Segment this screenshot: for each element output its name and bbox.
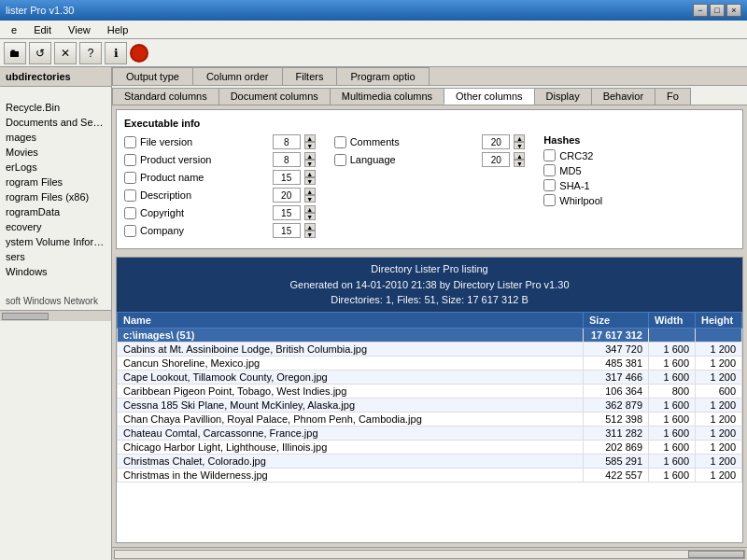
toolbar-btn-3[interactable]: ✕ [54, 42, 77, 64]
dir-size: 17 617 312 [584, 328, 649, 342]
minimize-button[interactable]: − [693, 4, 708, 17]
sidebar-item-recovery[interactable]: ecovery [0, 219, 111, 234]
spin-down-product-name[interactable]: ▼ [304, 177, 316, 185]
file-size: 485 381 [584, 356, 649, 370]
spin-down-product-version[interactable]: ▼ [304, 160, 316, 167]
spin-up-product-version[interactable]: ▲ [304, 152, 316, 160]
checkbox-sha1[interactable] [543, 179, 556, 191]
tab-display[interactable]: Display [534, 88, 592, 105]
sidebar-item-program-files[interactable]: rogram Files [0, 175, 111, 189]
sidebar-item-images[interactable]: mages [0, 130, 111, 145]
checkbox-md5[interactable] [543, 164, 556, 176]
checkbox-copyright[interactable] [124, 207, 136, 219]
toolbar-stop-button[interactable] [130, 44, 148, 63]
table-row: Chateau Comtal, Carcassonne, France.jpg … [118, 426, 742, 440]
checkbox-whirlpool[interactable] [543, 194, 556, 206]
sidebar-item-users[interactable]: sers [0, 249, 111, 264]
spinbox-file-version[interactable] [273, 134, 301, 149]
checkbox-file-version[interactable] [124, 136, 136, 148]
close-button[interactable]: × [726, 4, 741, 17]
file-width: 1 600 [649, 454, 696, 468]
spin-down-file-version[interactable]: ▼ [304, 142, 316, 149]
spin-up-copyright[interactable]: ▲ [304, 205, 316, 213]
spin-up-comments[interactable]: ▲ [514, 134, 525, 142]
sidebar-item-erlogs[interactable]: erLogs [0, 160, 111, 175]
tab-output-type[interactable]: Output type [112, 67, 193, 85]
file-width: 1 600 [649, 412, 696, 426]
toolbar-btn-5[interactable]: ℹ [105, 42, 127, 64]
bottom-scrollbar[interactable] [112, 547, 747, 560]
tab-other-columns[interactable]: Other columns [444, 88, 535, 105]
checkbox-description[interactable] [124, 189, 136, 202]
spin-up-product-name[interactable]: ▲ [304, 170, 316, 177]
spinbox-company[interactable] [273, 223, 301, 238]
tab-behavior[interactable]: Behavior [591, 88, 655, 105]
spin-down-comments[interactable]: ▼ [514, 142, 525, 149]
maximize-button[interactable]: □ [710, 4, 725, 17]
tab-document-columns[interactable]: Document columns [218, 88, 331, 105]
sidebar-item-movies[interactable]: Movies [0, 145, 111, 160]
sidebar-item-program-files-x86[interactable]: rogram Files (x86) [0, 189, 111, 204]
sidebar-scrollbar[interactable] [0, 310, 111, 321]
tab-fo[interactable]: Fo [655, 88, 691, 105]
config-col1: File version ▲ ▼ Product version ▲ [124, 134, 316, 241]
spinbox-product-name[interactable] [273, 170, 301, 185]
spin-down-company[interactable]: ▼ [304, 231, 316, 238]
spin-up-file-version[interactable]: ▲ [304, 134, 316, 142]
file-size: 347 720 [584, 342, 649, 356]
scrollbar-thumb[interactable] [688, 551, 744, 558]
spinbox-copyright[interactable] [273, 205, 301, 220]
file-height: 1 200 [696, 356, 742, 370]
titlebar-title: lister Pro v1.30 [6, 5, 74, 16]
menu-view[interactable]: View [61, 22, 98, 37]
spin-up-language[interactable]: ▲ [514, 152, 525, 160]
sidebar: ubdirectories Recycle.Bin Documents and … [0, 67, 112, 560]
sidebar-item-system-volume[interactable]: ystem Volume Informatic [0, 234, 111, 249]
tab-multimedia-columns[interactable]: Multimedia columns [330, 88, 444, 105]
toolbar-btn-1[interactable]: 🖿 [4, 42, 26, 64]
menu-edit[interactable]: Edit [26, 22, 59, 37]
tab-filters[interactable]: Filters [282, 67, 338, 85]
toolbar: 🖿 ↺ ✕ ? ℹ [0, 39, 747, 67]
file-name: Cape Lookout, Tillamook County, Oregon.j… [118, 370, 584, 384]
checkbox-language[interactable] [334, 154, 346, 166]
file-height: 1 200 [696, 440, 742, 454]
label-description: Description [140, 189, 269, 201]
checkbox-crc32[interactable] [543, 149, 556, 161]
sidebar-item-programdata[interactable]: rogramData [0, 204, 111, 219]
sidebar-item-windows[interactable]: Windows [0, 264, 111, 279]
spin-down-description[interactable]: ▼ [304, 195, 316, 203]
checkbox-company[interactable] [124, 225, 136, 237]
spinbox-comments[interactable] [482, 134, 510, 149]
col-header-size: Size [584, 312, 649, 328]
sidebar-item-recycle[interactable]: Recycle.Bin [0, 100, 111, 115]
table-row: Cessna 185 Ski Plane, Mount McKinley, Al… [118, 398, 742, 412]
menu-help[interactable]: Help [100, 22, 136, 37]
toolbar-btn-2[interactable]: ↺ [29, 42, 51, 64]
spin-up-description[interactable]: ▲ [304, 188, 316, 195]
file-height: 600 [696, 384, 742, 398]
checkbox-product-version[interactable] [124, 154, 136, 166]
label-comments: Comments [350, 136, 479, 147]
sidebar-item-documents[interactable]: Documents and Settings [0, 115, 111, 130]
toolbar-btn-4[interactable]: ? [79, 42, 102, 64]
checkbox-comments[interactable] [334, 136, 346, 148]
scrollbar-track[interactable] [114, 550, 745, 559]
spinbox-description[interactable] [273, 188, 301, 203]
hash-row-md5: MD5 [543, 164, 735, 176]
file-name: Christmas in the Wilderness.jpg [118, 468, 584, 482]
checkbox-product-name[interactable] [124, 172, 136, 184]
file-height: 1 200 [696, 398, 742, 412]
preview-area: Directory Lister Pro listing Generated o… [116, 257, 743, 543]
tab-standard-columns[interactable]: Standard columns [112, 88, 219, 105]
tab-column-order[interactable]: Column order [192, 67, 283, 85]
table-row: Christmas Chalet, Colorado.jpg 585 291 1… [118, 454, 742, 468]
spinbox-product-version[interactable] [273, 152, 301, 167]
menu-file[interactable]: e [4, 22, 24, 37]
spin-down-language[interactable]: ▼ [514, 160, 525, 167]
spin-up-company[interactable]: ▲ [304, 223, 316, 231]
spin-down-copyright[interactable]: ▼ [304, 213, 316, 220]
tab-program-options[interactable]: Program optio [336, 67, 429, 85]
spinbox-language[interactable] [482, 152, 510, 167]
file-size: 317 466 [584, 370, 649, 384]
